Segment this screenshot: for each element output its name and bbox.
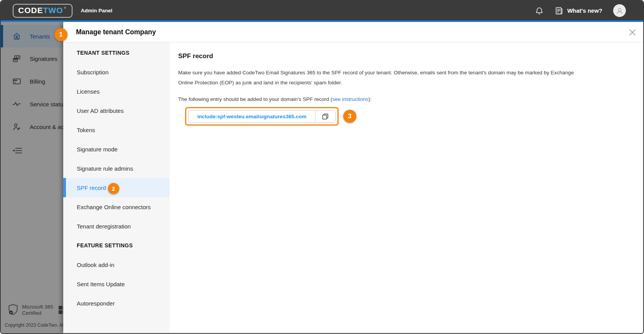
logo-two: TWO — [43, 6, 63, 15]
menu-item-sent-items-update[interactable]: Sent Items Update — [63, 274, 170, 294]
dialog-title: Manage tenant Company — [76, 28, 156, 36]
menu-item-user-ad-attributes[interactable]: User AD attributes — [63, 101, 170, 120]
spf-record-input[interactable] — [189, 111, 315, 122]
menu-item-subscription[interactable]: Subscription — [63, 62, 170, 82]
whats-new-button[interactable]: What's new? — [555, 6, 602, 15]
modal-bottom-strip — [63, 332, 643, 334]
whats-new-icon — [555, 6, 564, 15]
logo-code: CODE — [18, 6, 43, 15]
accent-stripe — [1, 20, 643, 22]
top-header-bar: CODETWO® Admin Panel — [1, 1, 643, 20]
app-window: CODETWO® Admin Panel — [0, 0, 644, 334]
page-title: SPF record — [178, 52, 628, 60]
menu-item-autoresponder[interactable]: Autoresponder — [63, 294, 170, 313]
menu-item-tokens[interactable]: Tokens — [63, 120, 170, 139]
admin-panel-title: Admin Panel — [81, 8, 113, 13]
menu-item-signature-rule-admins[interactable]: Signature rule admins — [63, 159, 170, 178]
annotation-step-3-badge: 3 — [343, 110, 356, 123]
menu-item-outlook-add-in[interactable]: Outlook add-in — [63, 255, 170, 274]
instruction-text-before: The following entry should be added to y… — [178, 96, 332, 102]
notifications-bell-icon[interactable] — [535, 6, 544, 15]
menu-section-feature-settings: FEATURE SETTINGS — [63, 236, 170, 255]
instruction-text-after: ): — [368, 96, 371, 102]
annotation-highlight-box — [185, 107, 339, 126]
menu-item-signature-mode[interactable]: Signature mode — [63, 139, 170, 159]
user-avatar[interactable] — [613, 4, 626, 17]
registered-trademark: ® — [64, 6, 67, 10]
menu-section-tenant-settings: TENANT SETTINGS — [63, 43, 170, 62]
spf-record-panel: SPF record Make sure you have added Code… — [170, 42, 643, 332]
dialog-titlebar: Manage tenant Company — [63, 22, 643, 42]
close-icon[interactable] — [627, 27, 638, 38]
spf-description: Make sure you have added CodeTwo Email S… — [178, 68, 587, 88]
see-instructions-link[interactable]: see instructions — [332, 96, 369, 102]
codetwo-logo: CODETWO® — [13, 4, 72, 18]
manage-tenant-dialog: Manage tenant Company TENANT SETTINGS Su… — [63, 22, 643, 332]
menu-item-exchange-online-connectors[interactable]: Exchange Online connectors — [63, 197, 170, 217]
menu-item-licenses[interactable]: Licenses — [63, 82, 170, 101]
spf-record-field-group — [188, 110, 335, 123]
copy-button[interactable] — [315, 111, 335, 122]
whats-new-label: What's new? — [567, 7, 602, 14]
menu-item-tenant-deregistration[interactable]: Tenant deregistration — [63, 217, 170, 236]
spf-instruction-line: The following entry should be added to y… — [178, 96, 628, 102]
annotation-step-1-badge: 1 — [54, 28, 67, 41]
annotation-step-2-badge: 2 — [108, 183, 119, 194]
